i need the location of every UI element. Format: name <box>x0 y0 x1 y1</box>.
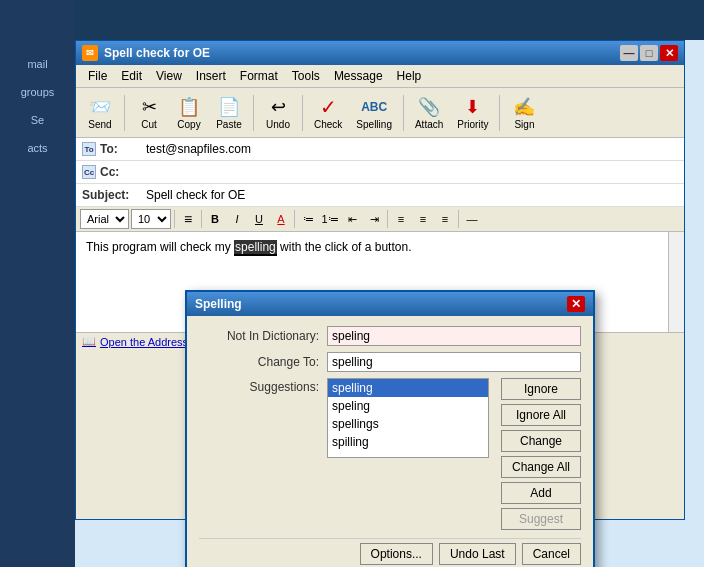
bold-button[interactable]: B <box>205 209 225 229</box>
undo-last-button[interactable]: Undo Last <box>439 543 516 565</box>
toolbar-sep-4 <box>403 95 404 131</box>
sign-label: Sign <box>514 119 534 130</box>
paste-button[interactable]: 📄 Paste <box>211 92 247 133</box>
copy-button[interactable]: 📋 Copy <box>171 92 207 133</box>
increase-indent-button[interactable]: ⇥ <box>364 209 384 229</box>
suggestions-label: Suggestions: <box>199 378 319 530</box>
cc-address-icon: Cc <box>82 165 96 179</box>
align-right-button[interactable]: ≡ <box>413 209 433 229</box>
send-button[interactable]: 📨 Send <box>82 92 118 133</box>
check-button[interactable]: ✓ Check <box>309 92 347 133</box>
ignore-button[interactable]: Ignore <box>501 378 581 400</box>
change-to-field[interactable] <box>327 352 581 372</box>
menu-format[interactable]: Format <box>234 67 284 85</box>
cut-button[interactable]: ✂ Cut <box>131 92 167 133</box>
priority-button[interactable]: ⬇ Priority <box>452 92 493 133</box>
to-address-icon: To <box>82 142 96 156</box>
app-icon: ✉ <box>82 45 98 61</box>
change-button[interactable]: Change <box>501 430 581 452</box>
change-all-button[interactable]: Change All <box>501 456 581 478</box>
suggestions-row: Suggestions: spelling speling spellings … <box>199 378 581 530</box>
sidebar-item-groups[interactable]: groups <box>0 78 75 106</box>
attach-icon: 📎 <box>417 95 441 119</box>
fontcolor-button[interactable]: A <box>271 209 291 229</box>
ordered-list-button[interactable]: 1≔ <box>320 209 340 229</box>
titlebar-controls: — □ ✕ <box>620 45 678 61</box>
sidebar-item-mail[interactable]: mail <box>0 50 75 78</box>
format-sep-1 <box>174 210 175 228</box>
menu-message[interactable]: Message <box>328 67 389 85</box>
align-center-button[interactable]: ≡ <box>391 209 411 229</box>
italic-button[interactable]: I <box>227 209 247 229</box>
sign-button[interactable]: ✍ Sign <box>506 92 542 133</box>
close-button[interactable]: ✕ <box>660 45 678 61</box>
menu-help[interactable]: Help <box>391 67 428 85</box>
toolbar-sep-3 <box>302 95 303 131</box>
suggest-button[interactable]: Suggest <box>501 508 581 530</box>
sidebar: mail groups Se acts <box>0 0 75 567</box>
underline-button[interactable]: U <box>249 209 269 229</box>
cc-field[interactable] <box>142 164 678 180</box>
spell-close-button[interactable]: ✕ <box>567 296 585 312</box>
email-window-title: Spell check for OE <box>104 46 210 60</box>
address-book-icon: 📖 <box>82 335 96 348</box>
spelling-button[interactable]: ABC Spelling <box>351 92 397 133</box>
email-form: To To: Cc Cc: Subject: <box>76 138 684 207</box>
align-left-button[interactable]: ≡ <box>178 209 198 229</box>
menu-bar: File Edit View Insert Format Tools Messa… <box>76 65 684 88</box>
cut-label: Cut <box>141 119 157 130</box>
suggestion-item-1[interactable]: speling <box>328 397 488 415</box>
options-button[interactable]: Options... <box>360 543 433 565</box>
spell-titlebar: Spelling ✕ <box>187 292 593 316</box>
sidebar-item-acts[interactable]: acts <box>0 134 75 162</box>
suggestions-col: spelling speling spellings spilling <box>327 378 489 530</box>
minimize-button[interactable]: — <box>620 45 638 61</box>
subject-row: Subject: <box>76 184 684 207</box>
sign-icon: ✍ <box>512 95 536 119</box>
menu-insert[interactable]: Insert <box>190 67 232 85</box>
not-in-dictionary-row: Not In Dictionary: <box>199 326 581 346</box>
cancel-button[interactable]: Cancel <box>522 543 581 565</box>
decrease-indent-button[interactable]: ⇤ <box>342 209 362 229</box>
cut-icon: ✂ <box>137 95 161 119</box>
unordered-list-button[interactable]: ≔ <box>298 209 318 229</box>
to-label: To To: <box>82 142 142 156</box>
misspelled-word: spelling <box>234 240 277 256</box>
menu-edit[interactable]: Edit <box>115 67 148 85</box>
suggestion-item-3[interactable]: spilling <box>328 433 488 451</box>
attach-label: Attach <box>415 119 443 130</box>
top-bar: Find <box>0 0 704 40</box>
sidebar-item-se[interactable]: Se <box>0 106 75 134</box>
spell-dialog: Spelling ✕ Not In Dictionary: Change To:… <box>185 290 595 567</box>
menu-tools[interactable]: Tools <box>286 67 326 85</box>
undo-icon: ↩ <box>266 95 290 119</box>
toolbar-sep-2 <box>253 95 254 131</box>
send-label: Send <box>88 119 111 130</box>
copy-label: Copy <box>177 119 200 130</box>
font-select[interactable]: Arial <box>80 209 129 229</box>
add-button[interactable]: Add <box>501 482 581 504</box>
menu-view[interactable]: View <box>150 67 188 85</box>
menu-file[interactable]: File <box>82 67 113 85</box>
suggestions-list[interactable]: spelling speling spellings spilling <box>327 378 489 458</box>
spell-dialog-title: Spelling <box>195 297 242 311</box>
suggestion-item-0[interactable]: spelling <box>328 379 488 397</box>
format-bar: Arial 10 ≡ B I U A ≔ 1≔ ⇤ ⇥ ≡ ≡ ≡ — <box>76 207 684 232</box>
size-select[interactable]: 10 <box>131 209 171 229</box>
to-field[interactable] <box>142 141 678 157</box>
send-icon: 📨 <box>88 95 112 119</box>
check-icon: ✓ <box>316 95 340 119</box>
email-body-scrollbar[interactable] <box>668 232 684 332</box>
attach-button[interactable]: 📎 Attach <box>410 92 448 133</box>
justify-button[interactable]: ≡ <box>435 209 455 229</box>
subject-field[interactable] <box>142 187 678 203</box>
maximize-button[interactable]: □ <box>640 45 658 61</box>
ignore-all-button[interactable]: Ignore All <box>501 404 581 426</box>
not-in-dictionary-field[interactable] <box>327 326 581 346</box>
suggestion-item-2[interactable]: spellings <box>328 415 488 433</box>
undo-button[interactable]: ↩ Undo <box>260 92 296 133</box>
subject-label: Subject: <box>82 188 142 202</box>
format-sep-4 <box>387 210 388 228</box>
cc-row: Cc Cc: <box>76 161 684 184</box>
hr-button[interactable]: — <box>462 209 482 229</box>
